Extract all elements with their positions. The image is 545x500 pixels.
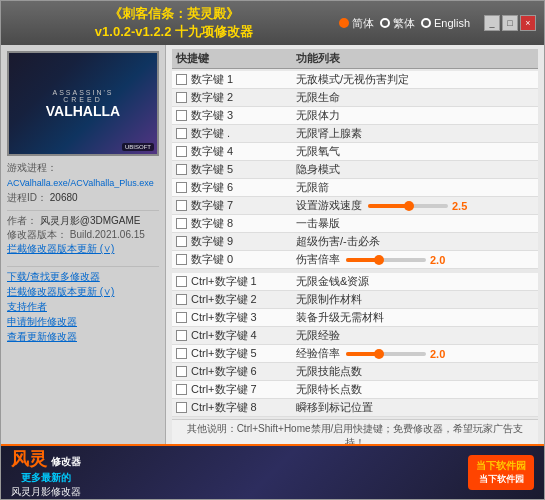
func-cell: 无限肾上腺素 <box>292 126 538 141</box>
lang-traditional[interactable]: 繁体 <box>380 16 415 31</box>
table-row: Ctrl+数字键 6无限技能点数 <box>172 363 538 381</box>
key-cell: 数字键 4 <box>172 144 292 159</box>
cheat-checkbox[interactable] <box>176 402 187 413</box>
cheat-checkbox[interactable] <box>176 384 187 395</box>
cover-logo: ASSASSIN'S CREED VALHALLA <box>46 89 120 119</box>
download-link[interactable]: 下载/查找更多修改器 <box>7 270 159 284</box>
cheat-checkbox[interactable] <box>176 276 187 287</box>
func-cell: 无限氧气 <box>292 144 538 159</box>
func-cell: 无限经验 <box>292 328 538 343</box>
request-link[interactable]: 申请制作修改器 <box>7 315 159 329</box>
slider-track[interactable] <box>368 204 448 208</box>
table-row: 数字键 1无敌模式/无视伤害判定 <box>172 71 538 89</box>
table-row: Ctrl+数字键 7无限特长点数 <box>172 381 538 399</box>
ubisoft-badge: UBISOFT <box>122 143 154 151</box>
ad-tagline2: 风灵月影修改器 <box>11 485 81 499</box>
func-cell: 无敌模式/无视伤害判定 <box>292 72 538 87</box>
cheat-checkbox[interactable] <box>176 218 187 229</box>
key-cell: Ctrl+数字键 2 <box>172 292 292 307</box>
close-button[interactable]: × <box>520 15 536 31</box>
ad-left: 风灵 修改器 更多最新的 风灵月影修改器 <box>11 447 81 499</box>
func-cell: 伤害倍率2.0 <box>292 252 538 267</box>
col-func-header: 功能列表 <box>292 51 538 66</box>
right-panel: 快捷键 功能列表 数字键 1无敌模式/无视伤害判定数字键 2无限生命数字键 3无… <box>166 45 544 444</box>
radio-traditional <box>380 18 390 28</box>
func-cell: 装备升级无需材料 <box>292 310 538 325</box>
cheat-checkbox[interactable] <box>176 254 187 265</box>
key-cell: 数字键 9 <box>172 234 292 249</box>
key-cell: Ctrl+数字键 7 <box>172 382 292 397</box>
cheat-checkbox[interactable] <box>176 330 187 341</box>
radio-simplified <box>339 18 349 28</box>
game-cover: ASSASSIN'S CREED VALHALLA UBISOFT <box>7 51 159 156</box>
lang-simplified[interactable]: 简体 <box>339 16 374 31</box>
cheat-checkbox[interactable] <box>176 74 187 85</box>
func-cell: 无限制作材料 <box>292 292 538 307</box>
table-row: Ctrl+数字键 5经验倍率2.0 <box>172 345 538 363</box>
version-update-link[interactable]: 拦截修改器版本更新 (∨) <box>7 242 159 256</box>
process-value: ACValhalla.exe/ACValhalla_Plus.exe <box>7 176 159 190</box>
col-key-header: 快捷键 <box>172 51 292 66</box>
maximize-button[interactable]: □ <box>502 15 518 31</box>
func-cell: 隐身模式 <box>292 162 538 177</box>
link-section: 下载/查找更多修改器 拦截修改器版本更新 (∨) 支持作者 申请制作修改器 查看… <box>7 266 159 344</box>
cheat-checkbox[interactable] <box>176 200 187 211</box>
cheat-checkbox[interactable] <box>176 182 187 193</box>
cheat-checkbox[interactable] <box>176 312 187 323</box>
ad-banner[interactable]: 风灵 修改器 更多最新的 风灵月影修改器 当下软件园 当下软件园 <box>1 444 544 499</box>
table-row: 数字键 5隐身模式 <box>172 161 538 179</box>
key-cell: 数字键 6 <box>172 180 292 195</box>
cheat-checkbox[interactable] <box>176 128 187 139</box>
content-area: ASSASSIN'S CREED VALHALLA UBISOFT 游戏进程： … <box>1 45 544 444</box>
key-cell: 数字键 8 <box>172 216 292 231</box>
key-cell: Ctrl+数字键 6 <box>172 364 292 379</box>
slider-track[interactable] <box>346 352 426 356</box>
key-cell: 数字键 2 <box>172 90 292 105</box>
cheat-checkbox[interactable] <box>176 146 187 157</box>
author-section: 作者： 风灵月影@3DMGAME 修改器版本： Build.2021.06.15… <box>7 210 159 256</box>
support-link[interactable]: 支持作者 <box>7 300 159 314</box>
func-cell: 设置游戏速度2.5 <box>292 198 538 213</box>
table-row: 数字键 7设置游戏速度2.5 <box>172 197 538 215</box>
minimize-button[interactable]: _ <box>484 15 500 31</box>
table-row: Ctrl+数字键 4无限经验 <box>172 327 538 345</box>
slider-container: 2.5 <box>368 200 538 212</box>
key-cell: Ctrl+数字键 4 <box>172 328 292 343</box>
language-bar: 简体 繁体 English _ □ × <box>339 15 536 31</box>
ad-logo: 风灵 修改器 <box>11 447 81 471</box>
table-row: 数字键 9超级伤害/-击必杀 <box>172 233 538 251</box>
intercept-link[interactable]: 拦截修改器版本更新 (∨) <box>7 285 159 299</box>
window-title: 《刺客信条：英灵殿》 <box>109 5 239 23</box>
slider-track[interactable] <box>346 258 426 262</box>
title-bar: 《刺客信条：英灵殿》 v1.0.2-v1.2.2 十九项修改器 简体 繁体 En… <box>1 1 544 45</box>
cheat-checkbox[interactable] <box>176 294 187 305</box>
radio-english <box>421 18 431 28</box>
cheat-checkbox[interactable] <box>176 348 187 359</box>
table-row: 数字键 8一击暴版 <box>172 215 538 233</box>
slider-thumb[interactable] <box>374 255 384 265</box>
key-cell: 数字键 5 <box>172 162 292 177</box>
window-subtitle: v1.0.2-v1.2.2 十九项修改器 <box>95 23 253 41</box>
cheat-checkbox[interactable] <box>176 110 187 121</box>
key-cell: Ctrl+数字键 1 <box>172 274 292 289</box>
table-row: 数字键 3无限体力 <box>172 107 538 125</box>
cheat-checkbox[interactable] <box>176 92 187 103</box>
key-cell: Ctrl+数字键 8 <box>172 400 292 415</box>
slider-container: 2.0 <box>346 254 538 266</box>
key-cell: Ctrl+数字键 3 <box>172 310 292 325</box>
func-cell: 经验倍率2.0 <box>292 346 538 361</box>
slider-thumb[interactable] <box>404 201 414 211</box>
table-row: 数字键 4无限氧气 <box>172 143 538 161</box>
func-cell: 无限技能点数 <box>292 364 538 379</box>
ad-badge[interactable]: 当下软件园 当下软件园 <box>468 455 534 490</box>
func-cell: 无限体力 <box>292 108 538 123</box>
table-row: 数字键 6无限箭 <box>172 179 538 197</box>
update-link[interactable]: 查看更新修改器 <box>7 330 159 344</box>
lang-english[interactable]: English <box>421 17 470 29</box>
cheat-checkbox[interactable] <box>176 236 187 247</box>
key-cell: 数字键 0 <box>172 252 292 267</box>
cheat-checkbox[interactable] <box>176 164 187 175</box>
table-row: 数字键 0伤害倍率2.0 <box>172 251 538 269</box>
cheat-checkbox[interactable] <box>176 366 187 377</box>
slider-thumb[interactable] <box>374 349 384 359</box>
